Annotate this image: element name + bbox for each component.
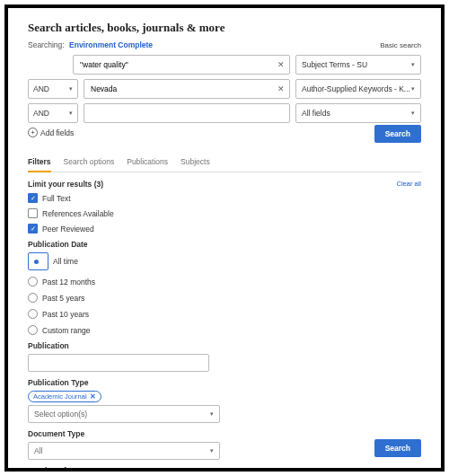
chevron-down-icon: ▾ [210,447,214,454]
tab-subjects[interactable]: Subjects [180,154,210,172]
checkbox-label: Full Text [42,194,71,203]
tab-publications[interactable]: Publications [127,154,168,172]
pages-label: Number of Pages [28,466,421,472]
tabs: Filters Search options Publications Subj… [28,154,421,172]
radio-all-time[interactable] [28,252,48,270]
search-term-1-input[interactable] [78,59,277,70]
radio-10-years[interactable] [28,309,38,319]
clear-icon[interactable]: ✕ [277,60,285,69]
search-term-1[interactable]: ✕ [73,55,290,75]
checkbox-label: Peer Reviewed [42,225,94,234]
clear-icon[interactable]: ✕ [277,84,285,93]
search-term-2-input[interactable] [89,84,277,94]
checkbox-full-text[interactable]: ✓ [28,193,38,203]
radio-label: All time [53,257,78,266]
radio-label: Past 5 years [42,294,84,303]
database-link[interactable]: Environment Complete [69,40,153,49]
checkbox-label: References Available [42,209,114,218]
radio-label: Past 10 years [42,310,89,319]
doc-type-label: Document Type [28,429,421,438]
page-title: Search articles, books, journals & more [28,21,421,35]
field-select-3[interactable]: All fields▾ [295,103,421,123]
chevron-down-icon: ▾ [411,110,415,117]
clear-all-link[interactable]: Clear all [396,180,421,189]
tab-filters[interactable]: Filters [28,154,51,172]
chevron-down-icon: ▾ [69,85,73,93]
search-term-2[interactable]: ✕ [84,79,290,99]
boolean-select-3[interactable]: AND▾ [28,103,78,123]
field-select-2[interactable]: Author-Supplied Keywords - K...▾ [295,79,421,99]
tab-search-options[interactable]: Search options [64,154,115,172]
pub-type-select[interactable]: Select option(s)▾ [28,405,220,423]
checkbox-peer-reviewed[interactable]: ✓ [28,224,38,234]
pub-date-label: Publication Date [28,240,421,249]
pub-type-label: Publication Type [28,378,421,387]
pub-type-chip[interactable]: Academic Journal✕ [28,391,101,402]
search-button[interactable]: Search [374,125,421,143]
boolean-select-2[interactable]: AND▾ [28,79,78,99]
field-select-1[interactable]: Subject Terms - SU▾ [295,55,421,75]
radio-5-years[interactable] [28,293,38,303]
searching-indicator: Searching: Environment Complete [28,40,153,49]
radio-custom[interactable] [28,325,38,335]
close-icon[interactable]: ✕ [90,392,96,401]
chevron-down-icon: ▾ [411,61,415,68]
radio-label: Custom range [42,326,90,335]
plus-icon: + [28,128,38,137]
search-button-bottom[interactable]: Search [374,439,421,457]
checkbox-references[interactable] [28,208,38,218]
search-term-3-input[interactable] [89,108,285,119]
radio-12-months[interactable] [28,277,38,286]
chevron-down-icon: ▾ [69,110,73,117]
radio-label: Past 12 months [42,278,95,286]
doc-type-select[interactable]: All▾ [28,442,220,460]
search-term-3[interactable] [84,103,290,123]
chevron-down-icon: ▾ [210,410,214,418]
chevron-down-icon: ▾ [411,85,415,93]
publication-input[interactable] [28,354,209,372]
publication-label: Publication [28,341,421,350]
basic-search-link[interactable]: Basic search [380,41,421,49]
limit-heading: Limit your results (3) [28,180,103,189]
